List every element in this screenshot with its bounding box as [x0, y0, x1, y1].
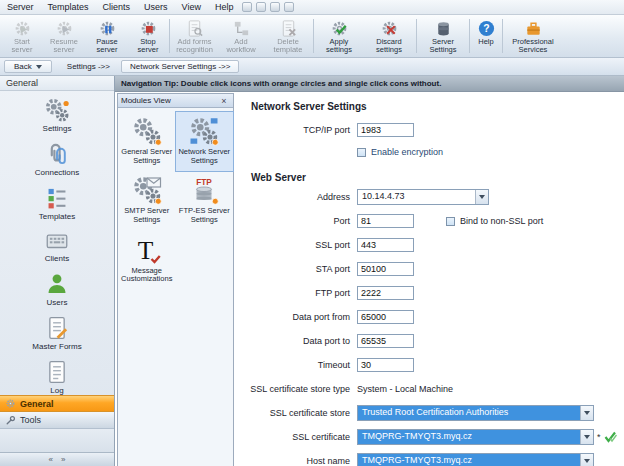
- navigation-tip-bar: Navigation Tip: Double click icons with …: [115, 76, 624, 92]
- discard-settings-button[interactable]: Discard settings: [363, 16, 415, 56]
- quick-access-icon-1[interactable]: [242, 2, 252, 12]
- apply-settings-button[interactable]: Apply settings: [315, 16, 363, 56]
- sidebar-item-connections[interactable]: Connections: [35, 141, 79, 177]
- dropdown-arrow-icon[interactable]: [475, 190, 488, 204]
- gears-icon: [44, 97, 70, 123]
- quick-access-icon-3[interactable]: [270, 2, 280, 12]
- breadcrumb-network-server-settings[interactable]: Network Server Settings ->>: [121, 60, 239, 73]
- apply-settings-icon: [330, 18, 349, 38]
- sidebar-item-label: Settings: [43, 124, 72, 133]
- wrench-icon: [5, 415, 16, 426]
- nav-tools-label: Tools: [20, 415, 41, 425]
- professional-services-icon: [524, 18, 543, 38]
- ssl-cert-store-value: Trusted Root Certification Authorities: [358, 406, 580, 420]
- back-button[interactable]: Back: [4, 60, 52, 73]
- sta-port-input[interactable]: [357, 262, 414, 276]
- module-general-server-settings[interactable]: General Server Settings: [118, 112, 176, 171]
- stop-server-label: Stop server: [129, 38, 167, 55]
- help-icon: ?: [477, 18, 496, 38]
- enable-encryption-label: Enable encryption: [371, 147, 443, 157]
- menu-server[interactable]: Server: [0, 0, 41, 14]
- ftp-port-input[interactable]: [357, 286, 414, 300]
- data-port-from-input[interactable]: [357, 310, 414, 324]
- ssl-port-input[interactable]: [357, 238, 414, 252]
- ssl-cert-store-label: SSL certificate store: [250, 408, 350, 418]
- help-button[interactable]: ? Help: [471, 16, 501, 56]
- modules-view-title: Modules View: [121, 96, 218, 105]
- ssl-cert-store-type-row: SSL certificate store type System - Loca…: [250, 377, 620, 401]
- server-settings-button[interactable]: Server Settings: [418, 16, 468, 56]
- sidebar-configure-strip[interactable]: « »: [0, 452, 114, 466]
- discard-settings-label: Discard settings: [364, 38, 414, 55]
- menu-users[interactable]: Users: [137, 0, 175, 14]
- port-input[interactable]: [357, 214, 414, 228]
- network-server-settings-form: Network Server Settings TCP/IP port Enab…: [236, 92, 624, 466]
- menu-view[interactable]: View: [175, 0, 208, 14]
- sta-port-row: STA port: [250, 257, 620, 281]
- sidebar-items: Settings Connections Templates: [0, 91, 114, 395]
- svg-text:FTP: FTP: [196, 178, 212, 187]
- nav-section-tools[interactable]: Tools: [0, 412, 114, 429]
- sidebar-item-settings[interactable]: Settings: [43, 97, 72, 133]
- ssl-certificate-combobox[interactable]: TMQPRG-TMYQT3.myq.cz: [357, 429, 594, 445]
- data-port-to-input[interactable]: [357, 334, 414, 348]
- sidebar-item-users[interactable]: Users: [44, 271, 70, 307]
- ftp-port-row: FTP port: [250, 281, 620, 305]
- toolbar-separator: [469, 19, 470, 53]
- ssl-cert-store-combobox[interactable]: Trusted Root Certification Authorities: [357, 405, 594, 421]
- resume-server-button: Resume server: [42, 16, 86, 56]
- host-name-combobox[interactable]: TMQPRG-TMYQT3.myq.cz: [357, 453, 594, 466]
- sidebar-item-label: Log: [50, 386, 63, 395]
- modules-view-header[interactable]: Modules View ×: [118, 94, 233, 108]
- bind-non-ssl-checkbox[interactable]: [446, 217, 455, 226]
- add-workflow-button: Add workflow: [218, 16, 264, 56]
- sidebar-item-templates[interactable]: Templates: [39, 185, 75, 221]
- tcp-ip-port-input[interactable]: [357, 123, 414, 137]
- menu-templates[interactable]: Templates: [41, 0, 96, 14]
- modules-grid: General Server Settings Network Server S…: [118, 108, 233, 290]
- breadcrumb-settings[interactable]: Settings ->>: [59, 61, 118, 72]
- host-name-label: Host name: [250, 456, 350, 466]
- chevron-down-icon: [36, 65, 42, 69]
- port-row: Port Bind to non-SSL port: [250, 209, 620, 233]
- resume-server-icon: [55, 18, 74, 38]
- sidebar-item-clients[interactable]: Clients: [44, 229, 70, 263]
- ssl-cert-store-type-value: System - Local Machine: [357, 384, 453, 394]
- module-ftp-es-server-settings[interactable]: FTP FTP-ES Server Settings: [176, 171, 234, 230]
- main-toolbar: Start server Resume server Pause server …: [0, 15, 624, 58]
- address-combobox[interactable]: 10.14.4.73: [357, 189, 489, 205]
- module-message-customizations[interactable]: T Message Customizations: [118, 231, 176, 290]
- module-network-server-settings[interactable]: Network Server Settings: [176, 112, 234, 171]
- timeout-input[interactable]: [357, 358, 414, 372]
- module-label: General Server Settings: [119, 148, 175, 165]
- message-customizations-icon: T: [132, 235, 162, 265]
- dropdown-arrow-icon[interactable]: [580, 406, 593, 420]
- enable-encryption-checkbox[interactable]: [357, 148, 366, 157]
- stop-server-button[interactable]: Stop server: [128, 16, 168, 56]
- pause-server-button[interactable]: Pause server: [86, 16, 128, 56]
- nav-section-general[interactable]: General: [0, 395, 114, 412]
- paperclip-icon: [44, 141, 70, 167]
- tcp-ip-port-row: TCP/IP port: [250, 118, 620, 142]
- sidebar-gap: [0, 429, 114, 452]
- chevron-right-icon: »: [61, 455, 65, 464]
- smtp-server-settings-icon: [132, 175, 162, 205]
- module-smtp-server-settings[interactable]: SMTP Server Settings: [118, 171, 176, 230]
- sidebar-item-master-forms[interactable]: Master Forms: [32, 315, 81, 351]
- menu-help[interactable]: Help: [208, 0, 241, 14]
- timeout-row: Timeout: [250, 353, 620, 377]
- dropdown-arrow-icon[interactable]: [580, 454, 593, 466]
- nav-general-label: General: [20, 399, 54, 409]
- menu-clients[interactable]: Clients: [96, 0, 138, 14]
- close-icon[interactable]: ×: [218, 96, 230, 106]
- professional-services-button[interactable]: Professional Services: [504, 16, 562, 56]
- general-server-settings-icon: [132, 116, 162, 146]
- navigation-tip-text: Navigation Tip: Double click icons with …: [121, 79, 441, 88]
- sidebar-item-log[interactable]: Log: [44, 359, 70, 395]
- dropdown-arrow-icon[interactable]: [580, 430, 593, 444]
- tcp-ip-port-label: TCP/IP port: [250, 125, 350, 135]
- enable-encryption-row: Enable encryption: [250, 142, 620, 162]
- quick-access-icon-4[interactable]: [284, 2, 294, 12]
- port-label: Port: [250, 216, 350, 226]
- quick-access-icon-2[interactable]: [256, 2, 266, 12]
